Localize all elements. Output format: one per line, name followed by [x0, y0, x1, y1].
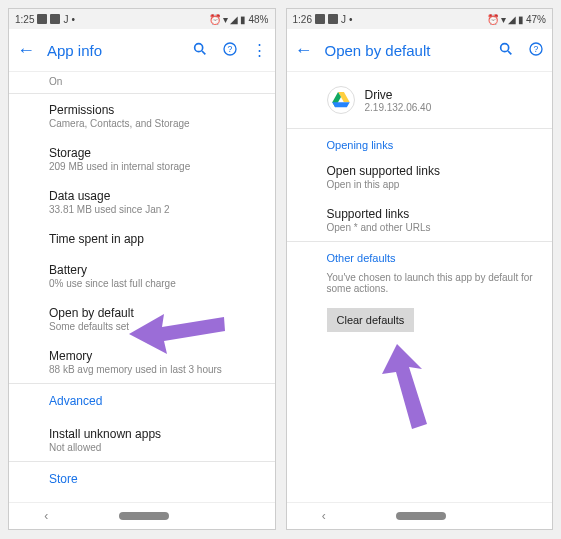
- app-header: ← App info ? ⋮: [9, 29, 275, 72]
- svg-point-5: [501, 43, 509, 51]
- nav-bar: ‹: [9, 502, 275, 529]
- help-icon[interactable]: ?: [222, 41, 238, 60]
- drive-app-icon: [327, 86, 355, 114]
- app-header: ← Open by default ?: [287, 29, 553, 72]
- row-sub: Some defaults set: [49, 321, 259, 332]
- row-data-usage[interactable]: Data usage 33.81 MB used since Jan 2: [9, 180, 275, 223]
- settings-list: On Permissions Camera, Contacts, and Sto…: [9, 72, 275, 502]
- row-sub: 0% use since last full charge: [49, 278, 259, 289]
- section-other-defaults: Other defaults: [287, 242, 553, 268]
- signal-icon: ◢: [230, 14, 238, 25]
- row-on[interactable]: On: [9, 72, 275, 93]
- notif-dot: •: [71, 14, 75, 25]
- notif-icon: [50, 14, 60, 24]
- status-time: 1:25: [15, 14, 34, 25]
- row-battery[interactable]: Battery 0% use since last full charge: [9, 254, 275, 297]
- wifi-icon: ▾: [223, 14, 228, 25]
- row-title: Open by default: [49, 306, 259, 320]
- row-title: Storage: [49, 146, 259, 160]
- nav-bar: ‹: [287, 502, 553, 529]
- nav-back-icon[interactable]: ‹: [322, 509, 326, 523]
- clear-defaults-button[interactable]: Clear defaults: [327, 308, 415, 332]
- nav-back-icon[interactable]: ‹: [44, 509, 48, 523]
- row-open-by-default[interactable]: Open by default Some defaults set: [9, 297, 275, 340]
- nav-home-icon[interactable]: [396, 512, 446, 520]
- row-title: Supported links: [327, 207, 537, 221]
- row-sub: 88 kB avg memory used in last 3 hours: [49, 364, 259, 375]
- battery-pct: 47%: [526, 14, 546, 25]
- overflow-menu-icon[interactable]: ⋮: [252, 41, 267, 60]
- battery-icon: ▮: [518, 14, 524, 25]
- notif-icon: [328, 14, 338, 24]
- row-title: Battery: [49, 263, 259, 277]
- row-memory[interactable]: Memory 88 kB avg memory used in last 3 h…: [9, 340, 275, 383]
- battery-pct: 48%: [248, 14, 268, 25]
- phone-left: 1:25 J • ⏰ ▾ ◢ ▮ 48% ← App info ? ⋮: [8, 8, 276, 530]
- section-opening-links: Opening links: [287, 129, 553, 155]
- row-storage[interactable]: Storage 209 MB used in internal storage: [9, 137, 275, 180]
- notif-text: J: [63, 14, 68, 25]
- row-title: On: [49, 76, 259, 87]
- row-sub: 209 MB used in internal storage: [49, 161, 259, 172]
- battery-icon: ▮: [240, 14, 246, 25]
- status-bar: 1:26 J • ⏰ ▾ ◢ ▮ 47%: [287, 9, 553, 29]
- defaults-description: You've chosen to launch this app by defa…: [287, 268, 553, 304]
- row-advanced[interactable]: Advanced: [9, 384, 275, 418]
- row-sub: 33.81 MB used since Jan 2: [49, 204, 259, 215]
- row-sub: Open in this app: [327, 179, 537, 190]
- nav-home-icon[interactable]: [119, 512, 169, 520]
- row-supported-links[interactable]: Supported links Open * and other URLs: [287, 198, 553, 241]
- row-store[interactable]: Store: [9, 462, 275, 496]
- svg-marker-11: [332, 102, 349, 107]
- row-time-spent[interactable]: Time spent in app: [9, 223, 275, 254]
- notif-icon: [315, 14, 325, 24]
- wifi-icon: ▾: [501, 14, 506, 25]
- svg-line-1: [202, 51, 205, 54]
- row-title: Open supported links: [327, 164, 537, 178]
- app-info-block: Drive 2.19.132.06.40: [287, 72, 553, 128]
- row-title: Install unknown apps: [49, 427, 259, 441]
- notif-dot: •: [349, 14, 353, 25]
- svg-line-6: [508, 51, 511, 54]
- row-sub: Camera, Contacts, and Storage: [49, 118, 259, 129]
- notif-text: J: [341, 14, 346, 25]
- row-title: Memory: [49, 349, 259, 363]
- row-install-unknown[interactable]: Install unknown apps Not allowed: [9, 418, 275, 461]
- app-name: Drive: [365, 88, 432, 102]
- row-sub: Open * and other URLs: [327, 222, 537, 233]
- alarm-icon: ⏰: [487, 14, 499, 25]
- svg-point-0: [194, 43, 202, 51]
- notif-icon: [37, 14, 47, 24]
- status-bar: 1:25 J • ⏰ ▾ ◢ ▮ 48%: [9, 9, 275, 29]
- search-icon[interactable]: [498, 41, 514, 60]
- status-time: 1:26: [293, 14, 312, 25]
- help-icon[interactable]: ?: [528, 41, 544, 60]
- alarm-icon: ⏰: [209, 14, 221, 25]
- svg-text:?: ?: [227, 44, 232, 54]
- back-arrow-icon[interactable]: ←: [295, 40, 315, 61]
- page-title: Open by default: [325, 42, 489, 59]
- row-sub: Not allowed: [49, 442, 259, 453]
- row-title: Time spent in app: [49, 232, 259, 246]
- row-open-supported-links[interactable]: Open supported links Open in this app: [287, 155, 553, 198]
- row-permissions[interactable]: Permissions Camera, Contacts, and Storag…: [9, 94, 275, 137]
- app-version: 2.19.132.06.40: [365, 102, 432, 113]
- phone-right: 1:26 J • ⏰ ▾ ◢ ▮ 47% ← Open by default ?: [286, 8, 554, 530]
- row-title: Data usage: [49, 189, 259, 203]
- settings-list: Drive 2.19.132.06.40 Opening links Open …: [287, 72, 553, 502]
- search-icon[interactable]: [192, 41, 208, 60]
- row-title: Permissions: [49, 103, 259, 117]
- back-arrow-icon[interactable]: ←: [17, 40, 37, 61]
- signal-icon: ◢: [508, 14, 516, 25]
- page-title: App info: [47, 42, 182, 59]
- svg-text:?: ?: [534, 44, 539, 54]
